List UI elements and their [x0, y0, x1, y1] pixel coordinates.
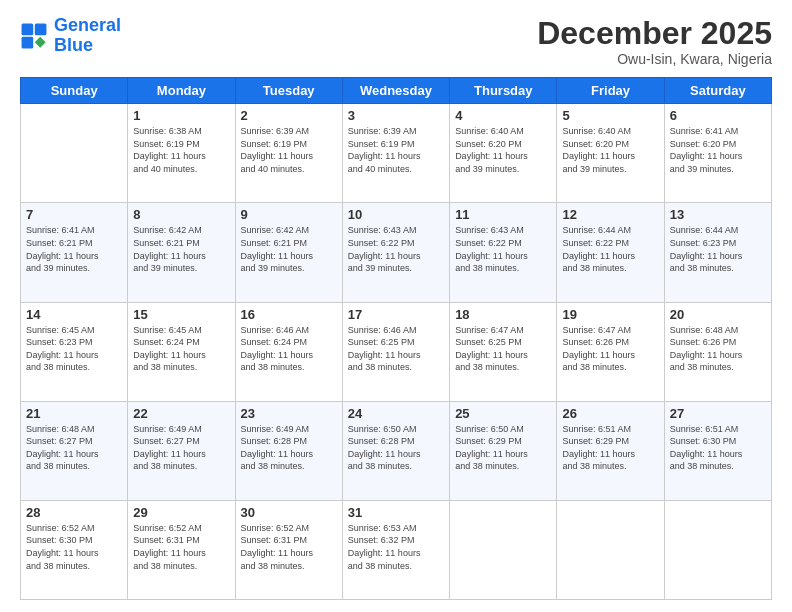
logo-line1: General	[54, 15, 121, 35]
day-number: 23	[241, 406, 337, 421]
logo-icon	[20, 22, 48, 50]
calendar-cell: 31Sunrise: 6:53 AMSunset: 6:32 PMDayligh…	[342, 500, 449, 599]
weekday-header-saturday: Saturday	[664, 78, 771, 104]
day-number: 20	[670, 307, 766, 322]
calendar-cell: 16Sunrise: 6:46 AMSunset: 6:24 PMDayligh…	[235, 302, 342, 401]
day-number: 11	[455, 207, 551, 222]
day-info: Sunrise: 6:50 AMSunset: 6:29 PMDaylight:…	[455, 423, 551, 473]
day-info: Sunrise: 6:41 AMSunset: 6:21 PMDaylight:…	[26, 224, 122, 274]
title-block: December 2025 Owu-Isin, Kwara, Nigeria	[537, 16, 772, 67]
day-number: 4	[455, 108, 551, 123]
week-row-1: 1Sunrise: 6:38 AMSunset: 6:19 PMDaylight…	[21, 104, 772, 203]
week-row-5: 28Sunrise: 6:52 AMSunset: 6:30 PMDayligh…	[21, 500, 772, 599]
day-number: 3	[348, 108, 444, 123]
day-info: Sunrise: 6:41 AMSunset: 6:20 PMDaylight:…	[670, 125, 766, 175]
weekday-header-friday: Friday	[557, 78, 664, 104]
calendar-cell: 17Sunrise: 6:46 AMSunset: 6:25 PMDayligh…	[342, 302, 449, 401]
day-info: Sunrise: 6:43 AMSunset: 6:22 PMDaylight:…	[348, 224, 444, 274]
calendar-cell: 1Sunrise: 6:38 AMSunset: 6:19 PMDaylight…	[128, 104, 235, 203]
day-info: Sunrise: 6:40 AMSunset: 6:20 PMDaylight:…	[455, 125, 551, 175]
calendar-table: SundayMondayTuesdayWednesdayThursdayFrid…	[20, 77, 772, 600]
day-number: 29	[133, 505, 229, 520]
weekday-header-tuesday: Tuesday	[235, 78, 342, 104]
day-number: 28	[26, 505, 122, 520]
logo-line2: Blue	[54, 35, 93, 55]
day-info: Sunrise: 6:53 AMSunset: 6:32 PMDaylight:…	[348, 522, 444, 572]
svg-rect-1	[35, 23, 47, 35]
day-number: 1	[133, 108, 229, 123]
day-number: 6	[670, 108, 766, 123]
calendar-cell: 13Sunrise: 6:44 AMSunset: 6:23 PMDayligh…	[664, 203, 771, 302]
day-info: Sunrise: 6:46 AMSunset: 6:24 PMDaylight:…	[241, 324, 337, 374]
calendar-cell: 27Sunrise: 6:51 AMSunset: 6:30 PMDayligh…	[664, 401, 771, 500]
day-info: Sunrise: 6:51 AMSunset: 6:30 PMDaylight:…	[670, 423, 766, 473]
day-number: 24	[348, 406, 444, 421]
day-number: 13	[670, 207, 766, 222]
day-info: Sunrise: 6:45 AMSunset: 6:24 PMDaylight:…	[133, 324, 229, 374]
day-number: 18	[455, 307, 551, 322]
day-info: Sunrise: 6:45 AMSunset: 6:23 PMDaylight:…	[26, 324, 122, 374]
day-info: Sunrise: 6:40 AMSunset: 6:20 PMDaylight:…	[562, 125, 658, 175]
day-info: Sunrise: 6:47 AMSunset: 6:26 PMDaylight:…	[562, 324, 658, 374]
calendar-cell	[21, 104, 128, 203]
day-number: 7	[26, 207, 122, 222]
day-number: 25	[455, 406, 551, 421]
day-info: Sunrise: 6:49 AMSunset: 6:27 PMDaylight:…	[133, 423, 229, 473]
day-number: 27	[670, 406, 766, 421]
day-number: 16	[241, 307, 337, 322]
day-info: Sunrise: 6:46 AMSunset: 6:25 PMDaylight:…	[348, 324, 444, 374]
day-info: Sunrise: 6:43 AMSunset: 6:22 PMDaylight:…	[455, 224, 551, 274]
day-info: Sunrise: 6:48 AMSunset: 6:27 PMDaylight:…	[26, 423, 122, 473]
day-number: 26	[562, 406, 658, 421]
weekday-header-monday: Monday	[128, 78, 235, 104]
day-number: 17	[348, 307, 444, 322]
calendar-cell: 14Sunrise: 6:45 AMSunset: 6:23 PMDayligh…	[21, 302, 128, 401]
calendar-cell: 26Sunrise: 6:51 AMSunset: 6:29 PMDayligh…	[557, 401, 664, 500]
day-info: Sunrise: 6:42 AMSunset: 6:21 PMDaylight:…	[133, 224, 229, 274]
calendar-cell: 25Sunrise: 6:50 AMSunset: 6:29 PMDayligh…	[450, 401, 557, 500]
calendar-cell	[450, 500, 557, 599]
day-info: Sunrise: 6:52 AMSunset: 6:31 PMDaylight:…	[133, 522, 229, 572]
day-info: Sunrise: 6:52 AMSunset: 6:30 PMDaylight:…	[26, 522, 122, 572]
calendar-cell: 29Sunrise: 6:52 AMSunset: 6:31 PMDayligh…	[128, 500, 235, 599]
location-subtitle: Owu-Isin, Kwara, Nigeria	[537, 51, 772, 67]
week-row-4: 21Sunrise: 6:48 AMSunset: 6:27 PMDayligh…	[21, 401, 772, 500]
day-number: 22	[133, 406, 229, 421]
page: General Blue December 2025 Owu-Isin, Kwa…	[0, 0, 792, 612]
calendar-cell: 8Sunrise: 6:42 AMSunset: 6:21 PMDaylight…	[128, 203, 235, 302]
calendar-cell: 19Sunrise: 6:47 AMSunset: 6:26 PMDayligh…	[557, 302, 664, 401]
day-number: 5	[562, 108, 658, 123]
calendar-cell	[664, 500, 771, 599]
day-info: Sunrise: 6:48 AMSunset: 6:26 PMDaylight:…	[670, 324, 766, 374]
day-info: Sunrise: 6:44 AMSunset: 6:23 PMDaylight:…	[670, 224, 766, 274]
day-info: Sunrise: 6:39 AMSunset: 6:19 PMDaylight:…	[348, 125, 444, 175]
calendar-cell: 4Sunrise: 6:40 AMSunset: 6:20 PMDaylight…	[450, 104, 557, 203]
svg-marker-3	[35, 37, 46, 48]
calendar-cell: 9Sunrise: 6:42 AMSunset: 6:21 PMDaylight…	[235, 203, 342, 302]
weekday-header-wednesday: Wednesday	[342, 78, 449, 104]
calendar-cell: 7Sunrise: 6:41 AMSunset: 6:21 PMDaylight…	[21, 203, 128, 302]
day-number: 8	[133, 207, 229, 222]
weekday-header-thursday: Thursday	[450, 78, 557, 104]
day-info: Sunrise: 6:39 AMSunset: 6:19 PMDaylight:…	[241, 125, 337, 175]
day-number: 19	[562, 307, 658, 322]
day-info: Sunrise: 6:51 AMSunset: 6:29 PMDaylight:…	[562, 423, 658, 473]
week-row-3: 14Sunrise: 6:45 AMSunset: 6:23 PMDayligh…	[21, 302, 772, 401]
calendar-cell: 30Sunrise: 6:52 AMSunset: 6:31 PMDayligh…	[235, 500, 342, 599]
day-info: Sunrise: 6:49 AMSunset: 6:28 PMDaylight:…	[241, 423, 337, 473]
calendar-cell: 23Sunrise: 6:49 AMSunset: 6:28 PMDayligh…	[235, 401, 342, 500]
logo-text: General Blue	[54, 16, 121, 56]
calendar-cell: 28Sunrise: 6:52 AMSunset: 6:30 PMDayligh…	[21, 500, 128, 599]
calendar-cell: 12Sunrise: 6:44 AMSunset: 6:22 PMDayligh…	[557, 203, 664, 302]
day-info: Sunrise: 6:50 AMSunset: 6:28 PMDaylight:…	[348, 423, 444, 473]
day-number: 15	[133, 307, 229, 322]
calendar-cell: 3Sunrise: 6:39 AMSunset: 6:19 PMDaylight…	[342, 104, 449, 203]
weekday-header-row: SundayMondayTuesdayWednesdayThursdayFrid…	[21, 78, 772, 104]
month-title: December 2025	[537, 16, 772, 51]
logo: General Blue	[20, 16, 121, 56]
svg-rect-0	[22, 23, 34, 35]
calendar-cell: 24Sunrise: 6:50 AMSunset: 6:28 PMDayligh…	[342, 401, 449, 500]
day-number: 9	[241, 207, 337, 222]
day-number: 31	[348, 505, 444, 520]
weekday-header-sunday: Sunday	[21, 78, 128, 104]
